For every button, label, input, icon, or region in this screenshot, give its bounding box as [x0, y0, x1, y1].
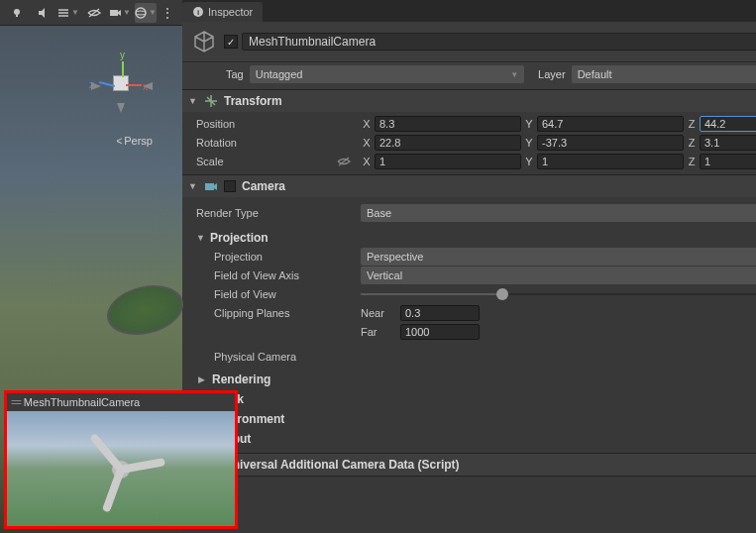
gameobject-name-input[interactable] — [242, 33, 756, 51]
fold-icon[interactable]: ▶ — [198, 374, 208, 384]
rotation-label: Rotation — [190, 137, 357, 149]
scene-viewport-panel: ▼ ▼ ▼ ⋮ y x z Persp == — [0, 0, 182, 533]
rendering-section[interactable]: ▶ Rendering ◉ — [190, 370, 756, 389]
gameobject-active-checkbox[interactable]: ✓ — [224, 35, 238, 49]
scene-toolbar: ▼ ▼ ▼ ⋮ — [0, 0, 182, 26]
visibility-toggle[interactable] — [83, 3, 105, 23]
rotation-z-input[interactable] — [700, 135, 756, 151]
transform-title: Transform — [224, 94, 756, 108]
inspector-tab[interactable]: i Inspector — [182, 2, 263, 22]
fold-icon[interactable]: ▼ — [196, 233, 206, 243]
scene-view[interactable]: y x z Persp == MeshThumbnailCamera — [0, 26, 182, 533]
projection-mode-label[interactable]: Persp — [116, 135, 153, 147]
transform-icon — [204, 94, 218, 108]
gizmo-cone-neg — [87, 81, 101, 91]
svg-text:i: i — [197, 8, 199, 17]
fov-axis-dropdown[interactable]: Vertical▼ — [361, 266, 756, 284]
output-section[interactable]: ▶ Output ◉ — [190, 429, 756, 449]
gizmos-dropdown[interactable]: ▼ — [135, 3, 157, 23]
rotation-x-input[interactable] — [375, 135, 521, 151]
camera-enabled-checkbox[interactable] — [224, 180, 236, 192]
transform-header[interactable]: ▼ Transform ◉ ⇄ ⋮ — [182, 90, 756, 112]
physical-camera-label: Physical Camera — [190, 351, 357, 363]
camera-dropdown[interactable]: ▼ — [109, 3, 131, 23]
position-label: Position — [190, 118, 357, 130]
layer-label: Layer — [538, 68, 566, 80]
tag-dropdown[interactable]: Untagged▼ — [250, 65, 524, 83]
link-scale-icon[interactable] — [337, 156, 351, 167]
camera-preview-header[interactable]: == MeshThumbnailCamera — [7, 393, 235, 411]
script-header[interactable]: ▼ # Universal Additional Camera Data (Sc… — [182, 454, 756, 476]
camera-title: Camera — [242, 179, 756, 193]
gizmo-cone-x — [143, 81, 157, 91]
rotation-y-input[interactable] — [537, 135, 684, 151]
scale-x-input[interactable] — [375, 154, 521, 169]
render-type-dropdown[interactable]: Base▼ — [361, 204, 756, 222]
script-component: ▼ # Universal Additional Camera Data (Sc… — [182, 454, 756, 477]
svg-rect-3 — [110, 10, 118, 16]
stack-section[interactable]: ▶ Stack ◉ — [190, 389, 756, 409]
transform-component: ▼ Transform ◉ ⇄ ⋮ Position X Y Z Rotat — [182, 90, 756, 175]
script-title: Universal Additional Camera Data (Script… — [224, 458, 756, 472]
projection-label: Projection — [190, 251, 357, 263]
scale-z-input[interactable] — [700, 154, 756, 169]
fov-axis-label: Field of View Axis — [190, 269, 357, 281]
position-x-input[interactable] — [375, 116, 521, 132]
fx-dropdown[interactable]: ▼ — [57, 3, 79, 23]
tag-layer-row: Tag Untagged▼ Layer Default▼ — [182, 62, 756, 90]
clip-far-label: Far — [361, 326, 396, 338]
lighting-toggle[interactable] — [6, 3, 28, 23]
physical-camera-checkbox[interactable] — [361, 350, 375, 364]
fold-icon[interactable]: ▼ — [188, 96, 198, 106]
clip-near-input[interactable] — [400, 305, 480, 321]
audio-toggle[interactable] — [32, 3, 54, 23]
svg-rect-1 — [16, 15, 18, 17]
fold-icon[interactable]: ▼ — [188, 181, 198, 191]
scene-menu-icon[interactable]: ⋮ — [161, 5, 174, 21]
gizmo-cube[interactable] — [113, 75, 129, 91]
drag-handle-icon[interactable]: == — [11, 396, 20, 408]
svg-point-4 — [136, 8, 146, 18]
tag-label: Tag — [226, 68, 244, 80]
fov-label: Field of View — [190, 288, 357, 300]
orientation-gizmo[interactable]: y x z — [83, 46, 162, 125]
gizmo-cone-down — [116, 99, 126, 113]
camera-icon — [204, 179, 218, 193]
clip-near-label: Near — [361, 307, 396, 319]
fov-slider[interactable] — [361, 293, 756, 295]
clip-far-input[interactable] — [400, 324, 480, 340]
position-y-input[interactable] — [537, 116, 684, 132]
scene-geometry — [99, 285, 191, 335]
svg-point-0 — [14, 9, 20, 15]
inspector-tab-label: Inspector — [208, 6, 253, 18]
inspector-tab-bar: i Inspector ⋮ — [182, 0, 756, 22]
render-type-label: Render Type — [190, 207, 357, 219]
scale-label: Scale — [190, 156, 357, 167]
camera-preview-render — [7, 411, 235, 526]
camera-header[interactable]: ▼ Camera ◉ ⇄ ⋮ — [182, 175, 756, 197]
info-icon: i — [192, 6, 204, 18]
scale-y-input[interactable] — [537, 154, 684, 169]
svg-rect-10 — [205, 183, 214, 190]
camera-preview-title: MeshThumbnailCamera — [24, 396, 140, 408]
camera-preview[interactable]: == MeshThumbnailCamera — [4, 390, 238, 529]
layer-dropdown[interactable]: Default▼ — [572, 65, 756, 83]
gameobject-header: ✓ Static ▼ — [182, 22, 756, 62]
projection-section-title: Projection — [210, 231, 756, 245]
clipping-planes-label: Clipping Planes — [190, 307, 357, 319]
camera-component: ▼ Camera ◉ ⇄ ⋮ Render Type Base▼ ▼ P — [182, 175, 756, 454]
gameobject-cube-icon[interactable] — [190, 28, 218, 55]
gizmo-y-axis[interactable]: y — [120, 50, 125, 60]
inspector-panel: i Inspector ⋮ ✓ Static ▼ Tag Untagged — [182, 0, 756, 533]
svg-point-5 — [136, 11, 146, 15]
position-z-input[interactable] — [700, 116, 756, 132]
projection-dropdown[interactable]: Perspective▼ — [361, 248, 756, 266]
environment-section[interactable]: ▶ Environment ◉ — [190, 409, 756, 429]
